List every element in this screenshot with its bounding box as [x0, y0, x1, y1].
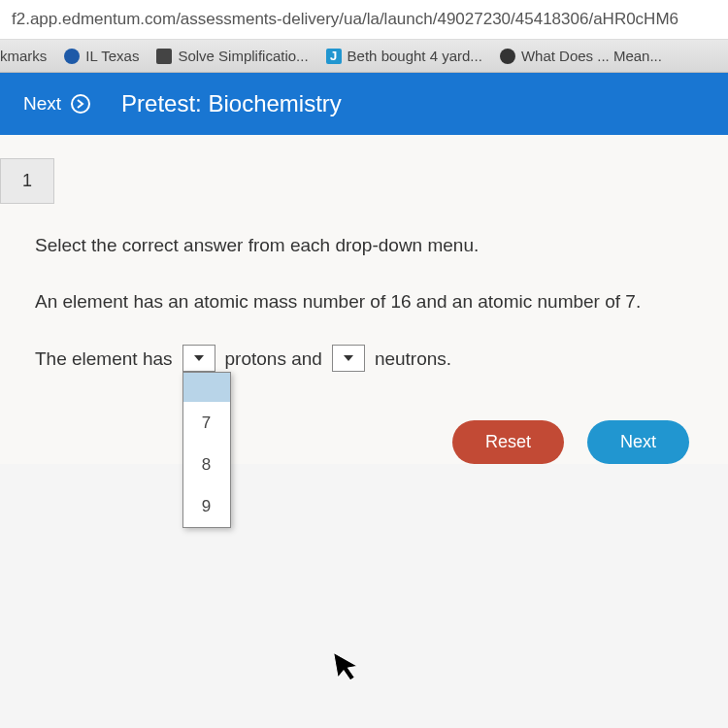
- instruction-text: Select the correct answer from each drop…: [35, 231, 693, 260]
- favicon-icon: [500, 49, 515, 64]
- dropdown-option[interactable]: 7: [183, 402, 230, 444]
- problem-text: An element has an atomic mass number of …: [35, 287, 693, 316]
- line-text-2: protons and: [225, 345, 322, 374]
- dropdown-trigger[interactable]: [332, 345, 365, 372]
- bookmark-kmarks[interactable]: kmarks: [0, 48, 47, 64]
- bookmark-what-does-mean[interactable]: What Does ... Mean...: [500, 48, 662, 64]
- line-text-1: The element has: [35, 345, 173, 374]
- next-button[interactable]: Next: [587, 420, 689, 464]
- bookmark-il-texas[interactable]: IL Texas: [64, 48, 139, 64]
- page-title: Pretest: Biochemistry: [121, 90, 342, 117]
- dropdown-neutrons[interactable]: [332, 345, 365, 372]
- fill-in-line: The element has 7 8 9 protons and neutr: [35, 345, 693, 374]
- arrow-right-icon: [71, 94, 90, 114]
- dropdown-trigger[interactable]: [182, 345, 215, 372]
- dropdown-option[interactable]: 8: [183, 444, 230, 485]
- dropdown-option-blank[interactable]: [183, 373, 230, 402]
- chevron-down-icon: [194, 355, 204, 361]
- favicon-icon: [64, 49, 80, 64]
- chevron-down-icon: [344, 355, 353, 361]
- header-next-link[interactable]: Next: [23, 93, 90, 115]
- bookmark-solve-simplification[interactable]: Solve Simplificatio...: [156, 48, 308, 64]
- cursor-icon: [331, 646, 365, 694]
- bookmark-beth-bought[interactable]: J Beth bought 4 yard...: [326, 48, 482, 64]
- app-header: Next Pretest: Biochemistry: [0, 73, 728, 135]
- url-bar[interactable]: f2.app.edmentum.com/assessments-delivery…: [0, 0, 728, 40]
- reset-button[interactable]: Reset: [452, 420, 564, 464]
- bookmark-label: What Does ... Mean...: [521, 48, 662, 64]
- dropdown-menu: 7 8 9: [182, 372, 231, 529]
- dropdown-protons[interactable]: 7 8 9: [182, 345, 215, 372]
- bookmark-label: kmarks: [0, 48, 47, 64]
- favicon-icon: [156, 49, 172, 64]
- bookmark-label: Solve Simplificatio...: [178, 48, 308, 64]
- question-body: Select the correct answer from each drop…: [0, 204, 728, 401]
- button-row: Reset Next: [0, 401, 728, 464]
- header-next-label: Next: [23, 93, 61, 115]
- question-number-tab[interactable]: 1: [0, 158, 54, 204]
- favicon-j-icon: J: [326, 49, 342, 64]
- browser-bookmarks-bar: kmarks IL Texas Solve Simplificatio... J…: [0, 40, 728, 73]
- line-text-3: neutrons.: [375, 345, 451, 374]
- dropdown-option[interactable]: 9: [183, 485, 230, 527]
- bookmark-label: IL Texas: [85, 48, 139, 64]
- bookmark-label: Beth bought 4 yard...: [347, 48, 482, 64]
- question-content: 1 Select the correct answer from each dr…: [0, 135, 728, 464]
